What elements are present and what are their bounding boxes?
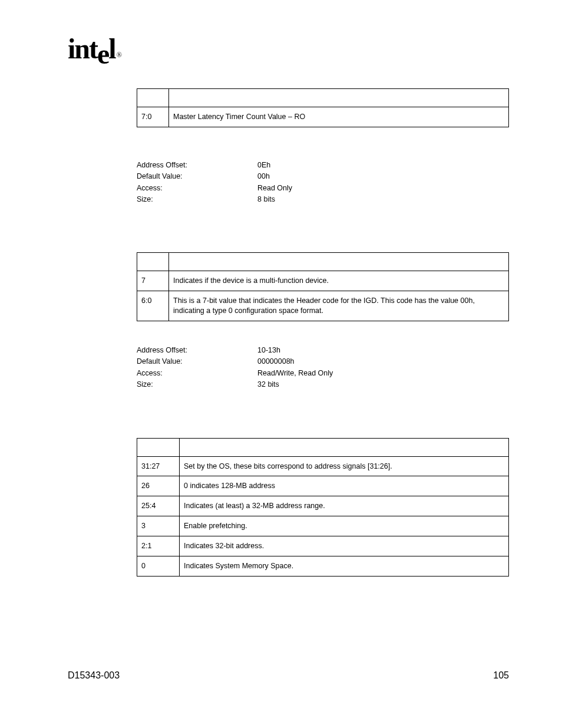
bit-cell: 2:1 (137, 536, 180, 556)
desc-cell: 0 indicates 128-MB address (180, 476, 509, 496)
attr-label: Access: (137, 183, 257, 194)
bit-cell: 31:27 (137, 456, 180, 476)
desc-cell: Enable prefetching. (180, 516, 509, 536)
attr-label: Access: (137, 368, 257, 379)
table-row: 2:1 Indicates 32-bit address. (137, 536, 509, 556)
table-row: 7 Indicates if the device is a multi-fun… (137, 271, 509, 291)
header-bit (137, 253, 169, 271)
attr-value: 8 bits (257, 194, 275, 205)
register-table-2: 7 Indicates if the device is a multi-fun… (137, 252, 509, 321)
attr-label: Address Offset: (137, 345, 257, 356)
attribute-block-2: Address Offset: 10-13h Default Value: 00… (137, 345, 509, 391)
table-row: 6:0 This is a 7-bit value that indicates… (137, 291, 509, 321)
attr-label: Default Value: (137, 171, 257, 182)
desc-cell: Indicates System Memory Space. (180, 556, 509, 576)
register-table-3: 31:27 Set by the OS, these bits correspo… (137, 438, 509, 577)
header-bit (137, 89, 169, 107)
attr-value: 00000008h (257, 356, 295, 367)
desc-cell: Set by the OS, these bits correspond to … (180, 456, 509, 476)
bit-cell: 0 (137, 556, 180, 576)
attribute-block-1: Address Offset: 0Eh Default Value: 00h A… (137, 160, 509, 206)
table-row: 3 Enable prefetching. (137, 516, 509, 536)
header-desc (180, 438, 509, 456)
bit-cell: 6:0 (137, 291, 169, 321)
document-id: D15343-003 (68, 670, 120, 681)
table-header-row (137, 89, 509, 107)
attr-value: 0Eh (257, 160, 270, 171)
register-table-1: 7:0 Master Latency Timer Count Value – R… (137, 88, 509, 127)
desc-cell: This is a 7-bit value that indicates the… (169, 291, 509, 321)
bit-cell: 7:0 (137, 107, 169, 127)
attr-label: Default Value: (137, 356, 257, 367)
table-row: 25:4 Indicates (at least) a 32-MB addres… (137, 496, 509, 516)
desc-cell: Indicates (at least) a 32-MB address ran… (180, 496, 509, 516)
bit-cell: 7 (137, 271, 169, 291)
attr-value: 32 bits (257, 379, 279, 390)
page-footer: D15343-003 105 (68, 670, 509, 681)
bit-cell: 26 (137, 476, 180, 496)
table-row: 0 Indicates System Memory Space. (137, 556, 509, 576)
attr-label: Size: (137, 379, 257, 390)
attr-value: 00h (257, 171, 270, 182)
header-desc (169, 89, 509, 107)
page-number: 105 (493, 670, 509, 681)
attr-value: 10-13h (257, 345, 280, 356)
attr-label: Size: (137, 194, 257, 205)
intel-logo: intel® (68, 32, 121, 65)
bit-cell: 3 (137, 516, 180, 536)
table-header-row (137, 438, 509, 456)
desc-cell: Indicates if the device is a multi-funct… (169, 271, 509, 291)
attr-label: Address Offset: (137, 160, 257, 171)
desc-cell: Indicates 32-bit address. (180, 536, 509, 556)
table-row: 7:0 Master Latency Timer Count Value – R… (137, 107, 509, 127)
bit-cell: 25:4 (137, 496, 180, 516)
table-row: 31:27 Set by the OS, these bits correspo… (137, 456, 509, 476)
attr-value: Read Only (257, 183, 292, 194)
attr-value: Read/Write, Read Only (257, 368, 333, 379)
header-desc (169, 253, 509, 271)
desc-cell: Master Latency Timer Count Value – RO (169, 107, 509, 127)
table-row: 26 0 indicates 128-MB address (137, 476, 509, 496)
header-bit (137, 438, 180, 456)
table-header-row (137, 253, 509, 271)
